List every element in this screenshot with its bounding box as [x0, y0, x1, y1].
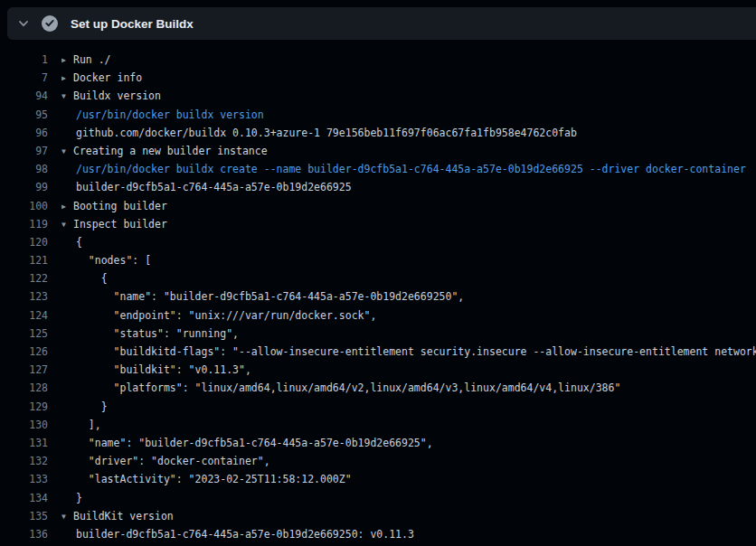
log-line: 136 builder-d9cfb5a1-c764-445a-a57e-0b19…	[0, 525, 756, 543]
line-number[interactable]: 119	[0, 215, 48, 233]
log-line: 98 /usr/bin/docker buildx create --name …	[0, 160, 756, 178]
log-text: BuildKit version	[73, 510, 174, 522]
line-number[interactable]: 136	[0, 525, 48, 543]
line-number[interactable]: 95	[0, 106, 48, 124]
log-text: "platforms": "linux/amd64,linux/amd64/v2…	[76, 381, 620, 394]
log-text: {	[76, 272, 108, 285]
line-number[interactable]: 121	[0, 251, 48, 269]
log-output: 1 ▶Run ./ 7 ▶Docker info 94 ▼Buildx vers…	[0, 51, 756, 543]
line-number[interactable]: 125	[0, 325, 48, 343]
log-line-content: {	[61, 269, 108, 287]
log-text: Creating a new builder instance	[73, 145, 268, 157]
log-line: 125 "status": "running",	[0, 325, 756, 343]
line-number[interactable]: 126	[0, 343, 48, 361]
log-line: 132 "driver": "docker-container",	[0, 452, 756, 470]
log-text: builder-d9cfb5a1-c764-445a-a57e-0b19d2e6…	[76, 528, 414, 541]
log-line-content: "driver": "docker-container",	[61, 452, 270, 470]
log-line-content: "buildkitd-flags": "--allow-insecure-ent…	[61, 343, 756, 361]
log-text: builder-d9cfb5a1-c764-445a-a57e-0b19d2e6…	[76, 181, 352, 193]
log-line-content: ▶Run ./	[61, 51, 111, 69]
log-line-content: ▼BuildKit version	[61, 507, 174, 525]
line-number[interactable]: 99	[0, 178, 48, 196]
log-group-header[interactable]: 7 ▶Docker info	[0, 69, 756, 87]
step-header[interactable]: Set up Docker Buildx	[7, 7, 756, 40]
log-text: ],	[76, 419, 101, 431]
log-line: 134 }	[0, 489, 756, 507]
log-text: "buildkit": "v0.11.3",	[76, 363, 251, 376]
line-number[interactable]: 1	[0, 51, 48, 69]
line-number[interactable]: 98	[0, 160, 48, 178]
triangle-expanded-icon[interactable]: ▼	[61, 216, 73, 233]
log-group-header[interactable]: 100 ▶Booting builder	[0, 197, 756, 215]
log-line-content: "nodes": [	[61, 251, 151, 269]
triangle-collapsed-icon[interactable]: ▶	[61, 70, 73, 87]
log-text: "status": "running",	[76, 327, 239, 340]
step-title: Set up Docker Buildx	[71, 17, 194, 31]
line-number[interactable]: 127	[0, 361, 48, 379]
log-text: Inspect builder	[73, 218, 167, 231]
log-line: 133 "lastActivity": "2023-02-25T11:58:12…	[0, 470, 756, 488]
line-number[interactable]: 100	[0, 197, 48, 215]
log-text: Booting builder	[73, 200, 167, 212]
triangle-expanded-icon[interactable]: ▼	[61, 88, 73, 105]
log-group-header[interactable]: 97 ▼Creating a new builder instance	[0, 142, 756, 160]
log-line-content: }	[61, 489, 82, 507]
line-number[interactable]: 97	[0, 142, 48, 160]
line-number[interactable]: 131	[0, 434, 48, 452]
log-line: 129 }	[0, 398, 756, 416]
log-line: 99 builder-d9cfb5a1-c764-445a-a57e-0b19d…	[0, 178, 756, 196]
log-line-content: ▶Booting builder	[61, 197, 167, 215]
chevron-down-icon[interactable]	[13, 13, 34, 34]
log-text: "driver": "docker-container",	[76, 455, 270, 467]
log-group-header[interactable]: 1 ▶Run ./	[0, 51, 756, 69]
log-text: "endpoint": "unix:///var/run/docker.sock…	[76, 309, 376, 322]
line-number[interactable]: 134	[0, 489, 48, 507]
triangle-expanded-icon[interactable]: ▼	[61, 508, 73, 525]
log-line-content: "name": "builder-d9cfb5a1-c764-445a-a57e…	[61, 287, 464, 306]
line-number[interactable]: 7	[0, 69, 48, 87]
log-line-content: "lastActivity": "2023-02-25T11:58:12.000…	[61, 470, 352, 488]
log-text: "buildkitd-flags": "--allow-insecure-ent…	[76, 345, 756, 358]
log-line: 130 ],	[0, 416, 756, 434]
log-text: /usr/bin/docker buildx version	[76, 108, 264, 121]
log-line-content: builder-d9cfb5a1-c764-445a-a57e-0b19d2e6…	[61, 525, 414, 543]
line-number[interactable]: 129	[0, 398, 48, 416]
triangle-collapsed-icon[interactable]: ▶	[61, 52, 73, 69]
log-line-content: builder-d9cfb5a1-c764-445a-a57e-0b19d2e6…	[61, 178, 352, 196]
line-number[interactable]: 123	[0, 287, 48, 306]
line-number[interactable]: 122	[0, 269, 48, 287]
log-line-content: "platforms": "linux/amd64,linux/amd64/v2…	[61, 379, 620, 397]
line-number[interactable]: 135	[0, 507, 48, 525]
log-line-content: /usr/bin/docker buildx version	[61, 106, 264, 124]
triangle-collapsed-icon[interactable]: ▶	[61, 198, 73, 215]
log-line-content: "endpoint": "unix:///var/run/docker.sock…	[61, 306, 376, 325]
log-line: 128 "platforms": "linux/amd64,linux/amd6…	[0, 379, 756, 397]
line-number[interactable]: 128	[0, 379, 48, 397]
line-number[interactable]: 120	[0, 233, 48, 251]
log-line: 127 "buildkit": "v0.11.3",	[0, 361, 756, 379]
log-group-header[interactable]: 94 ▼Buildx version	[0, 87, 756, 105]
log-text: Run ./	[73, 53, 111, 66]
log-text: /usr/bin/docker buildx create --name bui…	[76, 163, 746, 175]
log-line-content: ▼Inspect builder	[61, 215, 167, 233]
line-number[interactable]: 96	[0, 124, 48, 142]
line-number[interactable]: 132	[0, 452, 48, 470]
line-number[interactable]: 133	[0, 470, 48, 488]
log-line: 122 {	[0, 269, 756, 287]
log-line: 124 "endpoint": "unix:///var/run/docker.…	[0, 306, 756, 325]
log-line-content: /usr/bin/docker buildx create --name bui…	[61, 160, 746, 178]
log-line: 96 github.com/docker/buildx 0.10.3+azure…	[0, 124, 756, 142]
triangle-expanded-icon[interactable]: ▼	[61, 143, 73, 160]
log-text: {	[76, 236, 82, 249]
log-text: "name": "builder-d9cfb5a1-c764-445a-a57e…	[76, 437, 433, 449]
log-text: }	[76, 400, 108, 413]
log-line: 131 "name": "builder-d9cfb5a1-c764-445a-…	[0, 434, 756, 452]
log-text: "nodes": [	[76, 254, 151, 267]
line-number[interactable]: 130	[0, 416, 48, 434]
log-group-header[interactable]: 119 ▼Inspect builder	[0, 215, 756, 233]
log-line: 121 "nodes": [	[0, 251, 756, 269]
log-text: "lastActivity": "2023-02-25T11:58:12.000…	[76, 473, 352, 485]
line-number[interactable]: 94	[0, 87, 48, 105]
line-number[interactable]: 124	[0, 306, 48, 325]
log-group-header[interactable]: 135 ▼BuildKit version	[0, 507, 756, 525]
